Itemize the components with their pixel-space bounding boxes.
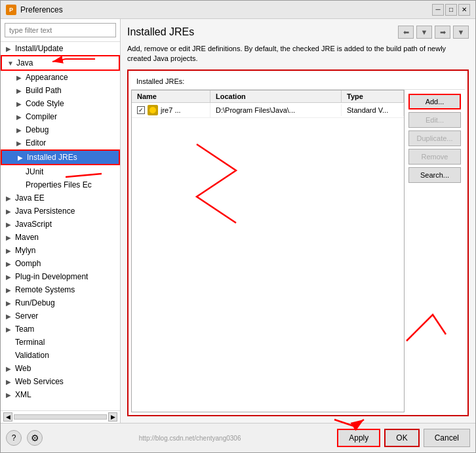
tree-arrow-icon: ▶ [16, 74, 24, 81]
sidebar-item-label: Editor [26, 138, 46, 148]
sidebar-item-installed-jres[interactable]: ▶Installed JREs [1, 149, 120, 165]
sidebar-item-web[interactable]: ▶Web [1, 362, 120, 375]
bottom-right: Apply OK Cancel [337, 429, 470, 447]
nav-back-button[interactable]: ⬅ [398, 26, 414, 39]
add-button[interactable]: Add... [408, 94, 461, 109]
sidebar-item-compiler[interactable]: ▶Compiler [1, 110, 120, 123]
sidebar-item-label: Server [15, 311, 38, 321]
nav-forward2-button[interactable]: ▼ [453, 26, 469, 39]
sidebar-item-label: Validation [15, 351, 49, 360]
tree-arrow-icon: ▶ [16, 127, 24, 134]
sidebar-item-java-persistence[interactable]: ▶Java Persistence [1, 205, 120, 218]
sidebar-item-build-path[interactable]: ▶Build Path [1, 84, 120, 97]
remove-button[interactable]: Remove [408, 149, 461, 165]
jre-checkbox[interactable] [137, 106, 145, 114]
sidebar-item-label: Compiler [26, 112, 57, 121]
preferences-window: P Preferences ─ □ ✕ ▶Install/Update▼Java… [0, 0, 476, 453]
tree-arrow-icon: ▶ [6, 365, 14, 372]
panel-description: Add, remove or edit JRE definitions. By … [127, 44, 469, 64]
sidebar-item-remote-systems[interactable]: ▶Remote Systems [1, 283, 120, 296]
tree-arrow-icon: ▶ [16, 113, 24, 121]
duplicate-button[interactable]: Duplicate... [408, 130, 461, 146]
jre-action-buttons: Add... Edit... Duplicate... Remove Searc… [405, 90, 465, 412]
panel-title: Installed JREs [127, 26, 194, 38]
sidebar-item-properties-files[interactable]: Properties Files Ec [1, 178, 120, 191]
jre-section-label: Installed JREs: [131, 73, 465, 90]
table-cell-type: Standard V... [342, 104, 404, 116]
sidebar-item-editor[interactable]: ▶Editor [1, 136, 120, 149]
sidebar-item-maven[interactable]: ▶Maven [1, 231, 120, 244]
tree-arrow-icon: ▶ [6, 326, 14, 333]
table-row[interactable]: jre7 ...D:\Program Files\Java\...Standar… [132, 103, 404, 118]
nav-forward-button[interactable]: ➡ [435, 26, 450, 39]
sidebar-item-run-debug[interactable]: ▶Run/Debug [1, 296, 120, 309]
close-button[interactable]: ✕ [458, 4, 470, 16]
jre-section: Installed JREs: Name Location Type jre7 … [127, 69, 469, 416]
sidebar: ▶Install/Update▼Java▶Appearance▶Build Pa… [1, 19, 121, 423]
panel-nav: ⬅ ▼ ➡ ▼ [398, 26, 469, 39]
search-input[interactable] [5, 23, 116, 37]
tree-arrow-icon: ▶ [6, 208, 14, 215]
sidebar-item-terminal[interactable]: Terminal [1, 336, 120, 349]
sidebar-item-label: JavaScript [15, 220, 52, 229]
window-icon: P [6, 5, 16, 15]
table-header: Name Location Type [132, 90, 404, 103]
tree-arrow-icon: ▶ [6, 273, 14, 281]
title-bar: P Preferences ─ □ ✕ [1, 1, 475, 19]
sidebar-item-label: Installed JREs [27, 153, 77, 162]
sidebar-item-label: Web [15, 364, 31, 373]
sidebar-item-server[interactable]: ▶Server [1, 309, 120, 323]
sidebar-item-label: JUnit [26, 167, 43, 176]
sidebar-item-validation[interactable]: Validation [1, 349, 120, 362]
sidebar-item-label: Remote Systems [15, 285, 75, 294]
sidebar-item-oomph[interactable]: ▶Oomph [1, 257, 120, 270]
cancel-button[interactable]: Cancel [424, 429, 470, 447]
sidebar-item-java-ee[interactable]: ▶Java EE [1, 191, 120, 205]
tree-arrow-icon: ▶ [6, 391, 14, 399]
sidebar-item-appearance[interactable]: ▶Appearance [1, 71, 120, 84]
tree-arrow-icon: ▶ [6, 221, 14, 228]
right-panel: Installed JREs ⬅ ▼ ➡ ▼ Add, remove or ed… [121, 19, 475, 423]
sidebar-item-team[interactable]: ▶Team [1, 323, 120, 336]
sidebar-item-label: Build Path [26, 86, 62, 95]
window-title: Preferences [20, 5, 63, 14]
tree-arrow-icon: ▶ [6, 378, 14, 385]
maximize-button[interactable]: □ [445, 4, 457, 16]
col-header-location: Location [210, 90, 342, 102]
minimize-button[interactable]: ─ [432, 4, 444, 16]
bottom-left: ? ⚙ [6, 430, 43, 446]
nav-dropdown-button[interactable]: ▼ [416, 26, 432, 39]
sidebar-item-xml[interactable]: ▶XML [1, 388, 120, 401]
jre-icon [148, 105, 158, 115]
help-button[interactable]: ? [6, 430, 22, 446]
scroll-right-button[interactable]: ▶ [108, 412, 117, 422]
table-body: jre7 ...D:\Program Files\Java\...Standar… [132, 103, 404, 412]
sidebar-item-install-update[interactable]: ▶Install/Update [1, 42, 120, 55]
scroll-left-button[interactable]: ◀ [3, 412, 12, 422]
tree: ▶Install/Update▼Java▶Appearance▶Build Pa… [1, 42, 120, 410]
jre-area: Name Location Type jre7 ...D:\Program Fi… [131, 90, 465, 412]
apply-button[interactable]: Apply [337, 429, 380, 447]
sidebar-item-mylyn[interactable]: ▶Mylyn [1, 244, 120, 257]
scroll-track[interactable] [14, 414, 107, 420]
search-button[interactable]: Search... [408, 167, 461, 183]
sidebar-item-label: Web Services [15, 377, 64, 386]
sidebar-item-javascript[interactable]: ▶JavaScript [1, 218, 120, 231]
sidebar-item-label: Code Style [26, 99, 64, 108]
sidebar-item-label: Properties Files Ec [26, 180, 92, 189]
tree-arrow-icon: ▶ [6, 286, 14, 294]
panel-header: Installed JREs ⬅ ▼ ➡ ▼ [127, 26, 469, 39]
sidebar-item-web-services[interactable]: ▶Web Services [1, 375, 120, 388]
sidebar-item-code-style[interactable]: ▶Code Style [1, 97, 120, 110]
sidebar-item-label: Run/Debug [15, 298, 55, 307]
table-cell-location: D:\Program Files\Java\... [210, 104, 342, 116]
ok-button[interactable]: OK [384, 429, 419, 447]
sidebar-item-junit[interactable]: JUnit [1, 165, 120, 178]
title-bar-left: P Preferences [6, 5, 63, 15]
sidebar-item-plugin-development[interactable]: ▶Plug-in Development [1, 270, 120, 283]
settings-button[interactable]: ⚙ [27, 430, 43, 446]
edit-button[interactable]: Edit... [408, 112, 461, 128]
sidebar-item-java[interactable]: ▼Java [1, 55, 120, 71]
sidebar-item-debug[interactable]: ▶Debug [1, 123, 120, 136]
sidebar-item-label: Java [16, 58, 33, 68]
